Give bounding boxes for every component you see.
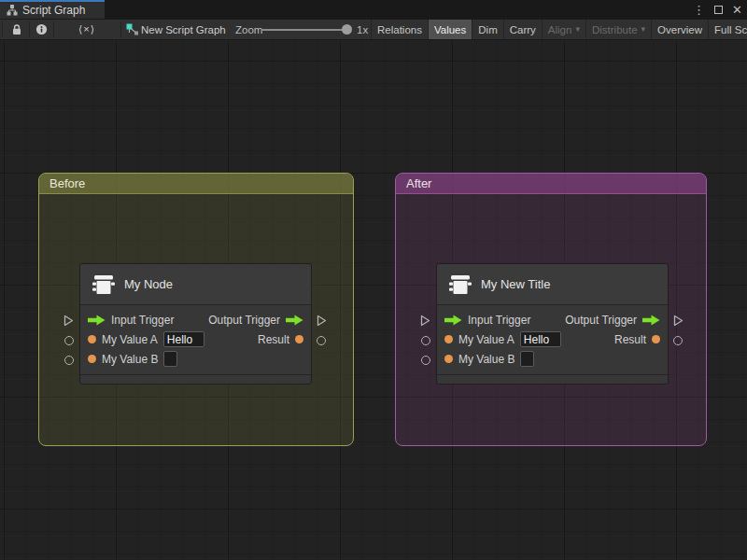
full-screen-label: Full Screen (714, 24, 747, 35)
unit-node-icon (92, 273, 116, 296)
flow-arrow-icon (88, 315, 106, 326)
result-label: Result (258, 333, 289, 346)
value-a-port[interactable] (421, 336, 430, 345)
toolbar-buttons: Relations Values Dim Carry Align▾ Distri… (371, 20, 747, 39)
code-icon: ⟨×⟩ (78, 23, 95, 35)
value-b-port[interactable] (421, 356, 430, 365)
edit-source-button[interactable]: ⟨×⟩ (53, 20, 120, 39)
value-a-row: My Value A Result (88, 329, 303, 349)
node-my-node[interactable]: My Node Input Trigger Output Trigger (79, 263, 312, 385)
zoom-slider-track[interactable] (261, 29, 347, 31)
value-port-icon (652, 335, 660, 343)
distribute-dropdown[interactable]: Distribute▾ (585, 20, 651, 39)
values-label: Values (434, 24, 466, 35)
input-trigger-port[interactable] (63, 315, 74, 327)
value-b-input[interactable] (520, 351, 534, 367)
toolbar-separator (29, 21, 30, 37)
tab-script-graph[interactable]: Script Graph (0, 0, 105, 19)
value-b-label: My Value B (102, 353, 158, 366)
inspect-button[interactable] (32, 20, 50, 39)
overview-label: Overview (657, 24, 702, 35)
output-trigger-port[interactable] (672, 315, 684, 327)
trigger-row: Input Trigger Output Trigger (444, 310, 660, 329)
node-footer (437, 374, 668, 384)
node-header[interactable]: My New Title (437, 264, 668, 305)
value-b-port[interactable] (64, 356, 74, 365)
lock-button[interactable] (7, 20, 26, 39)
result-label: Result (614, 333, 646, 346)
zoom-label: Zoom (235, 20, 262, 39)
flow-arrow-icon (642, 315, 660, 326)
chevron-down-icon: ▾ (641, 25, 646, 34)
node-title: My Node (124, 277, 173, 291)
value-port-icon (295, 335, 303, 343)
node-title: My New Title (481, 277, 550, 291)
window-controls: ⋮ ✕ (693, 0, 742, 19)
full-screen-button[interactable]: Full Screen (708, 20, 747, 39)
carry-label: Carry (510, 24, 536, 35)
menu-icon[interactable]: ⋮ (693, 4, 705, 16)
graph-canvas[interactable]: Before After My Node (0, 40, 747, 560)
toolbar-separator (2, 21, 3, 37)
value-port-icon (444, 355, 453, 363)
value-port-icon (88, 355, 96, 363)
script-graph-tab-icon (7, 5, 18, 16)
value-a-port[interactable] (64, 336, 74, 345)
node-body: Input Trigger Output Trigger My Value A … (437, 305, 668, 374)
value-b-label: My Value B (458, 353, 514, 366)
value-a-input[interactable] (163, 331, 204, 347)
node-my-node-wrap: My Node Input Trigger Output Trigger (79, 263, 312, 385)
lock-icon (11, 23, 22, 35)
distribute-label: Distribute (592, 24, 638, 35)
toolbar-separator (120, 21, 121, 37)
carry-button[interactable]: Carry (503, 20, 542, 39)
graph-toolbar: ⟨×⟩ New Script Graph Zoom 1x Relations V… (0, 19, 747, 40)
zoom-slider-handle[interactable] (342, 24, 352, 35)
output-trigger-port[interactable] (316, 315, 327, 327)
output-trigger-label: Output Trigger (565, 314, 637, 327)
result-port[interactable] (317, 336, 326, 345)
node-my-new-title[interactable]: My New Title Input Trigger Output Trigge… (436, 263, 669, 385)
group-before-header[interactable]: Before (39, 174, 353, 194)
result-port[interactable] (673, 336, 683, 345)
overview-button[interactable]: Overview (651, 20, 708, 39)
zoom-value: 1x (357, 20, 368, 39)
input-trigger-label: Input Trigger (468, 314, 530, 327)
close-icon[interactable]: ✕ (732, 4, 742, 16)
relations-label: Relations (377, 24, 422, 35)
value-b-input[interactable] (163, 351, 177, 367)
relations-button[interactable]: Relations (371, 20, 428, 39)
maximize-icon[interactable] (714, 6, 723, 14)
flow-arrow-icon (444, 315, 462, 326)
node-body: Input Trigger Output Trigger My Value A … (80, 305, 311, 374)
value-port-icon (88, 335, 96, 343)
node-my-new-title-wrap: My New Title Input Trigger Output Trigge… (436, 263, 669, 385)
unit-node-icon (448, 273, 472, 296)
align-label: Align (548, 24, 572, 35)
value-b-row: My Value B (444, 349, 660, 369)
dim-label: Dim (478, 24, 497, 35)
group-after-header[interactable]: After (396, 174, 706, 194)
dim-button[interactable]: Dim (472, 20, 502, 39)
graph-name-label[interactable]: New Script Graph (141, 20, 226, 39)
input-trigger-label: Input Trigger (111, 314, 174, 327)
graph-asset-icon (124, 20, 139, 39)
value-a-row: My Value A Result (444, 329, 660, 349)
values-button[interactable]: Values (428, 20, 472, 39)
chevron-down-icon: ▾ (575, 25, 580, 34)
tab-title: Script Graph (22, 4, 85, 17)
value-a-label: My Value A (102, 333, 158, 346)
info-icon (35, 23, 48, 35)
node-header[interactable]: My Node (80, 264, 311, 305)
value-b-row: My Value B (88, 349, 303, 369)
value-a-label: My Value A (458, 333, 514, 346)
trigger-row: Input Trigger Output Trigger (88, 310, 303, 329)
group-after-title: After (406, 176, 431, 190)
value-a-input[interactable] (520, 331, 561, 347)
output-trigger-label: Output Trigger (208, 314, 280, 327)
node-footer (80, 374, 311, 384)
align-dropdown[interactable]: Align▾ (542, 20, 585, 39)
input-trigger-port[interactable] (419, 315, 430, 327)
tab-strip: Script Graph ⋮ ✕ (0, 0, 747, 19)
group-before-title: Before (49, 176, 85, 190)
